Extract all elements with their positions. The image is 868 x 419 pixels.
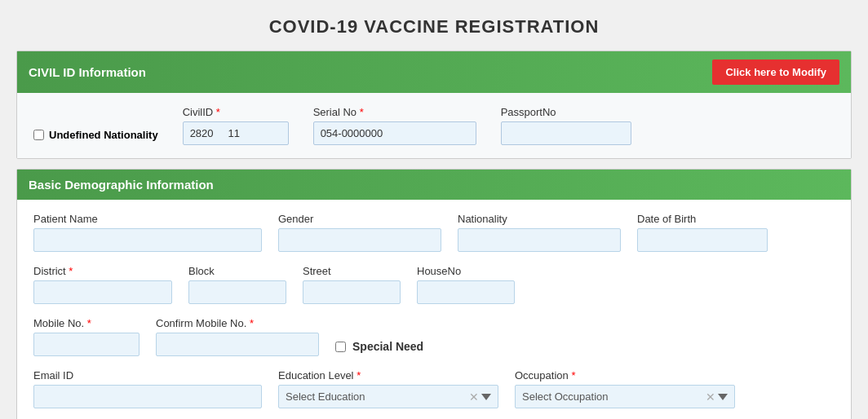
page-title: COVID-19 VACCINE REGISTRATION xyxy=(16,16,852,37)
civil-fields: CivilID * Serial No * PassportNo xyxy=(183,106,835,145)
street-input[interactable] xyxy=(303,280,401,304)
dob-label: Date of Birth xyxy=(637,213,768,225)
confirm-mobile-input[interactable] xyxy=(156,333,319,356)
demographic-header: Basic Demographic Information xyxy=(17,170,851,200)
dob-field: Date of Birth xyxy=(637,213,768,252)
district-input[interactable] xyxy=(33,280,172,304)
passport-no-input[interactable] xyxy=(501,121,631,145)
district-label: District * xyxy=(33,265,172,277)
gender-field: Gender xyxy=(278,213,441,252)
civil-id-section: CIVIL ID Information Click here to Modif… xyxy=(16,51,852,159)
dob-input[interactable] xyxy=(637,228,768,252)
civil-id-field-group: CivilID * xyxy=(183,106,289,145)
civil-id-body: Undefined Nationality CivilID * Serial N… xyxy=(17,93,851,158)
confirm-mobile-field: Confirm Mobile No. * xyxy=(156,317,319,356)
patient-name-label: Patient Name xyxy=(33,213,262,225)
undefined-nationality-checkbox[interactable] xyxy=(33,130,44,140)
street-field: Street xyxy=(303,265,401,304)
mobile-required: * xyxy=(87,317,91,329)
occupation-required: * xyxy=(571,369,575,382)
civil-id-header: CIVIL ID Information Click here to Modif… xyxy=(17,51,851,93)
mobile-label: Mobile No. * xyxy=(33,317,140,329)
demo-row-4: Email ID Education Level * Select Educat… xyxy=(33,369,835,408)
demo-row-3: Mobile No. * Confirm Mobile No. * Specia… xyxy=(33,317,835,356)
mobile-input[interactable] xyxy=(33,333,140,356)
undefined-nationality-group: Undefined Nationality xyxy=(33,106,158,141)
civil-id-header-label: CIVIL ID Information xyxy=(29,65,146,79)
district-required: * xyxy=(69,265,73,277)
email-input[interactable] xyxy=(33,385,262,408)
gender-label: Gender xyxy=(278,213,441,225)
patient-name-input[interactable] xyxy=(33,228,262,252)
confirm-mobile-required: * xyxy=(250,317,254,329)
district-field: District * xyxy=(33,265,172,304)
civil-id-required: * xyxy=(216,106,220,118)
education-field: Education Level * Select Education ✕ xyxy=(278,369,498,408)
occupation-select[interactable]: Select Occupation xyxy=(515,385,735,408)
demo-row-2: District * Block Street HouseNo xyxy=(33,265,835,304)
nationality-input[interactable] xyxy=(458,228,621,252)
block-label: Block xyxy=(188,265,286,277)
serial-no-input[interactable] xyxy=(313,121,476,145)
occupation-clear-icon[interactable]: ✕ xyxy=(706,390,715,404)
special-need-checkbox[interactable] xyxy=(335,342,346,352)
education-select[interactable]: Select Education xyxy=(278,385,498,408)
street-label: Street xyxy=(303,265,401,277)
occupation-select-wrapper: Select Occupation ✕ xyxy=(515,385,735,408)
passport-no-field-group: PassportNo xyxy=(501,106,631,145)
email-field: Email ID xyxy=(33,369,262,408)
demo-row-1: Patient Name Gender Nationality Date of … xyxy=(33,213,835,252)
nationality-field: Nationality xyxy=(458,213,621,252)
serial-no-label: Serial No * xyxy=(313,106,476,118)
civil-id-row: Undefined Nationality CivilID * Serial N… xyxy=(33,106,835,145)
patient-name-field: Patient Name xyxy=(33,213,262,252)
undefined-nationality-label: Undefined Nationality xyxy=(49,129,158,141)
email-label: Email ID xyxy=(33,369,262,382)
houseno-label: HouseNo xyxy=(417,265,515,277)
mobile-field: Mobile No. * xyxy=(33,317,140,356)
modify-button[interactable]: Click here to Modify xyxy=(712,60,839,85)
passport-no-label: PassportNo xyxy=(501,106,631,118)
gender-input[interactable] xyxy=(278,228,441,252)
occupation-field: Occupation * Select Occupation ✕ xyxy=(515,369,735,408)
civil-id-label: CivilID * xyxy=(183,106,289,118)
special-need-group: Special Need xyxy=(335,340,423,356)
confirm-mobile-label: Confirm Mobile No. * xyxy=(156,317,319,329)
demographic-section: Basic Demographic Information Patient Na… xyxy=(16,169,852,419)
serial-no-required: * xyxy=(360,106,364,118)
houseno-field: HouseNo xyxy=(417,265,515,304)
block-field: Block xyxy=(188,265,286,304)
nationality-label: Nationality xyxy=(458,213,621,225)
houseno-input[interactable] xyxy=(417,280,515,304)
demographic-header-label: Basic Demographic Information xyxy=(29,178,214,192)
special-need-label: Special Need xyxy=(352,340,423,353)
education-clear-icon[interactable]: ✕ xyxy=(469,390,479,404)
education-select-wrapper: Select Education ✕ xyxy=(278,385,498,408)
block-input[interactable] xyxy=(188,280,286,304)
occupation-label: Occupation * xyxy=(515,369,735,382)
education-required: * xyxy=(356,369,361,382)
civil-id-input[interactable] xyxy=(183,121,289,145)
serial-no-field-group: Serial No * xyxy=(313,106,476,145)
demographic-body: Patient Name Gender Nationality Date of … xyxy=(17,200,851,419)
education-label: Education Level * xyxy=(278,369,498,382)
